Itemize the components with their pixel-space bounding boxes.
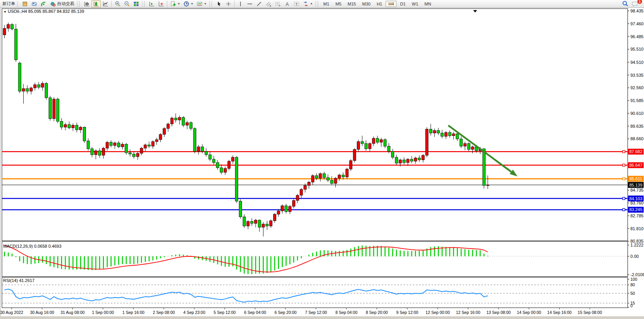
timeframe-h1-button[interactable]: H1	[374, 1, 385, 7]
price-tick-label: 95.510	[630, 47, 644, 51]
periods-button[interactable]: ▼	[182, 0, 195, 7]
toolbar-separator	[142, 1, 142, 7]
channel-icon: E	[265, 1, 272, 7]
time-tick-label: 4 Sep 23:00	[183, 310, 205, 315]
zoom-in-icon	[114, 1, 121, 7]
rsi-tick-label: 0	[630, 303, 633, 308]
crosshair-button[interactable]	[224, 0, 233, 7]
vertical-line-icon	[237, 1, 244, 7]
timeframe-h4-button[interactable]: H4	[386, 1, 397, 7]
tile-windows-icon	[133, 1, 139, 7]
price-line-label: 86.647	[629, 163, 642, 167]
macd-indicator-label: MACD(12,26,9) 0.0658 0.4693	[3, 244, 61, 249]
timeframe-d1-button[interactable]: D1	[397, 1, 408, 7]
templates-button[interactable]: ▼	[195, 0, 208, 7]
vertical-line-button[interactable]	[236, 0, 245, 7]
line-chart-button[interactable]	[101, 0, 110, 7]
timeframe-mn-button[interactable]: MN	[422, 1, 434, 7]
collapse-ohlc-icon[interactable]: ▼	[4, 10, 7, 14]
indicators-button[interactable]: ▼	[168, 0, 182, 7]
bar-chart-icon	[84, 1, 90, 7]
chart-canvas[interactable]: 98.43597.46096.48595.51094.51093.53592.5…	[0, 8, 644, 319]
fibonacci-button[interactable]: F	[273, 0, 283, 7]
toolbar-separator	[77, 1, 77, 7]
chart-shift-button[interactable]	[156, 0, 166, 7]
text-button[interactable]: A	[283, 0, 292, 7]
timeframe-m30-button[interactable]: M30	[360, 1, 373, 7]
chart-layout-button[interactable]	[20, 0, 30, 7]
price-tick-label: 90.610	[630, 111, 644, 116]
toolbar-handle	[144, 1, 146, 7]
zoom-out-button[interactable]	[122, 0, 132, 7]
horizontal-line-icon	[247, 1, 253, 7]
line-handle[interactable]	[623, 208, 625, 211]
periods-icon	[183, 1, 190, 7]
notification-badge: 1	[637, 0, 642, 4]
price-line-label: 85.139	[629, 183, 642, 187]
arrows-button[interactable]: ▼	[301, 0, 314, 7]
price-line-label: 83.245	[629, 207, 642, 212]
line-chart-icon	[102, 1, 109, 7]
main-toolbar: 新订单 自动交易 ▼	[0, 0, 644, 8]
time-tick-label: 12 Sep 00:00	[426, 310, 450, 315]
search-button[interactable]	[620, 0, 630, 7]
indicators-icon	[170, 1, 176, 7]
templates-icon	[197, 1, 203, 7]
timeframe-m1-button[interactable]: M1	[321, 1, 332, 7]
timeframe-w1-button[interactable]: W1	[409, 1, 421, 7]
time-tick-label: 6 Sep 20:00	[274, 310, 297, 315]
equidistant-channel-button[interactable]: E	[264, 0, 273, 7]
toolbar-separator	[167, 1, 167, 7]
toolbar-separator	[234, 1, 235, 7]
timeframe-group: M1M5M15M30H1H4D1W1MN	[321, 1, 434, 7]
bar-chart-button[interactable]	[82, 0, 91, 7]
horizontal-line-button[interactable]	[245, 0, 254, 7]
price-line-label: 84.103	[629, 196, 642, 201]
rsi-tick-label: 100	[630, 277, 637, 282]
candlestick-chart-button[interactable]	[91, 0, 101, 7]
chevron-down-icon: ▼	[177, 2, 180, 5]
cursor-icon	[216, 1, 222, 7]
price-tick-label: 89.635	[630, 124, 644, 129]
cursor-button[interactable]	[214, 0, 224, 7]
time-tick-label: 1 Sep 16:00	[122, 310, 144, 315]
time-tick-label: 31 Aug 08:00	[60, 310, 84, 315]
layout-icon	[22, 1, 28, 7]
timeframe-m15-button[interactable]: M15	[345, 1, 358, 7]
line-handle[interactable]	[623, 197, 625, 200]
toolbar-separator	[316, 1, 316, 7]
price-line-label: 87.682	[629, 149, 642, 154]
time-tick-label: 15 Sep 08:00	[578, 310, 602, 315]
chart-shift-icon	[158, 1, 164, 7]
text-label-button[interactable]: T	[292, 0, 301, 7]
profiles-button[interactable]	[30, 0, 39, 7]
toolbar-right-group: 1	[620, 0, 643, 7]
time-tick-label: 6 Sep 04:00	[244, 310, 266, 315]
price-axis[interactable]: 98.43597.46096.48595.51094.51093.53592.5…	[628, 9, 644, 308]
line-handle[interactable]	[623, 178, 625, 180]
price-tick-label: 88.660	[630, 136, 644, 141]
chart-symbol-period: USOil-,H4	[8, 9, 27, 14]
time-tick-label: 5 Sep 12:00	[214, 310, 236, 315]
zoom-in-button[interactable]	[113, 0, 122, 7]
autotrading-button[interactable]: 自动交易	[48, 0, 76, 7]
time-tick-label: 8 Sep 04:00	[335, 310, 358, 315]
line-handle[interactable]	[623, 164, 625, 166]
trendline-button[interactable]	[254, 0, 264, 7]
macd-name: MACD(12,26,9)	[3, 244, 33, 249]
timeframe-m5-button[interactable]: M5	[333, 1, 344, 7]
price-tick-label: 84.735	[630, 188, 644, 192]
line-handle[interactable]	[623, 150, 625, 153]
price-tick-label: 93.535	[630, 73, 644, 78]
auto-scroll-button[interactable]	[147, 0, 156, 7]
tile-windows-button[interactable]	[132, 0, 141, 7]
rsi-tick-label: 80	[630, 282, 635, 287]
crosshair-icon	[225, 1, 232, 7]
rsi-name: RSI(14)	[3, 278, 18, 283]
toolbar-handle	[211, 1, 213, 7]
signals-button[interactable]	[39, 0, 48, 7]
notifications-button[interactable]: 1	[630, 0, 640, 7]
chart-ohlc-values: 85.095 85.867 84.832 85.139	[28, 9, 84, 14]
time-tick-label: 30 Aug 2022	[0, 310, 23, 315]
new-order-button[interactable]: 新订单	[1, 0, 17, 7]
